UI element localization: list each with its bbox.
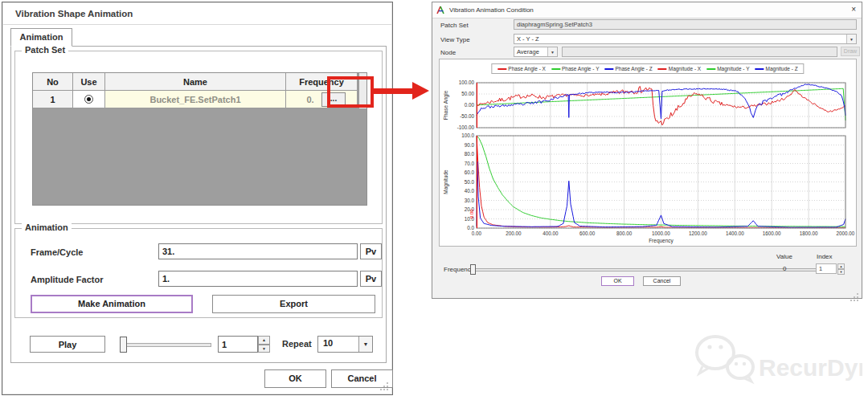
spinner-up-icon[interactable]: ▲ [258,336,270,345]
frame-slider-track[interactable] [120,343,211,347]
svg-text:80.0: 80.0 [465,151,475,157]
frequency-slider-track[interactable] [470,268,837,271]
legend-item: Phase Angle - Y [551,66,600,71]
legend-label: Magnitude - X [669,66,701,71]
node-field[interactable] [562,47,837,57]
index-input[interactable] [816,263,837,274]
node-combo[interactable]: Average ▼ [514,47,558,57]
frame-cycle-label: Frame/Cycle [31,247,83,257]
view-type-value: X - Y - Z [517,35,539,43]
view-type-label: View Type [440,36,470,43]
row-name-cell[interactable]: Bucket_FE.SetPatch1 [105,91,286,108]
spinner-down-icon[interactable]: ▼ [837,269,845,275]
col-header-use: Use [73,73,105,91]
patch-set-table: No Use Name Frequency 1 Bucket_FE.SetPat… [32,72,367,206]
frequency-slider-thumb[interactable] [470,264,476,275]
repeat-label: Repeat [282,339,312,349]
svg-text:600.00: 600.00 [579,231,596,236]
ok-button[interactable]: OK [601,276,634,286]
value-text: 0 [783,265,786,272]
svg-text:Frequency: Frequency [649,238,674,244]
vibration-chart-panel: Phase Angle - XPhase Angle - YPhase Angl… [439,59,857,247]
row-no-cell: 1 [33,91,73,108]
svg-text:1800.00: 1800.00 [800,231,818,236]
screenshot-stage: Vibration Shape Animation Animation Patc… [0,0,868,400]
ok-button[interactable]: OK [264,369,326,388]
legend-item: Magnitude - Z [755,66,798,71]
svg-text:Phase Angle: Phase Angle [443,90,449,120]
svg-text:60.0: 60.0 [465,169,475,175]
frame-number-input[interactable] [218,336,258,353]
frame-cycle-pv-button[interactable]: Pv [360,243,382,259]
tab-animation[interactable]: Animation [10,28,72,47]
recurdyn-watermark: RecurDyn [690,331,862,391]
svg-text:2000.00: 2000.00 [837,231,855,236]
spinner-up-icon[interactable]: ▲ [837,263,845,269]
svg-text:0.00: 0.00 [472,231,482,236]
legend-dash-icon [497,68,506,70]
index-label: Index [817,253,833,260]
svg-text:50.00: 50.00 [461,91,474,96]
right-dialog-titlebar: Vibration Animation Condition × [432,2,862,18]
svg-text:40.0: 40.0 [465,188,475,194]
svg-text:1200.00: 1200.00 [689,231,707,236]
chart-legend: Phase Angle - XPhase Angle - YPhase Angl… [491,63,804,74]
svg-text:0.0: 0.0 [467,225,474,231]
svg-text:Magnitude: Magnitude [443,169,449,194]
resize-grip-icon[interactable] [387,382,388,384]
legend-item: Phase Angle - Z [604,66,652,71]
chevron-down-icon[interactable]: ▼ [547,47,557,56]
frame-cycle-input[interactable] [158,243,358,259]
svg-text:400.00: 400.00 [542,231,559,236]
use-radio-selected-icon[interactable] [84,95,93,104]
index-spinner[interactable]: ▲ ▼ [837,263,845,274]
annotation-arrow [372,88,414,94]
legend-dash-icon [551,68,560,70]
vibration-shape-animation-dialog: Vibration Shape Animation Animation Patc… [2,2,393,395]
repeat-combo[interactable]: 10 ▼ [317,336,373,353]
animation-group: Animation Frame/Cycle Pv Amplitude Facto… [14,228,383,318]
node-label: Node [440,49,456,56]
frame-number-spinner[interactable]: ▲ ▼ [258,336,270,353]
legend-dash-icon [706,68,715,70]
cancel-button[interactable]: Cancel [643,276,681,286]
cancel-button[interactable]: Cancel [331,369,393,388]
chevron-down-icon[interactable]: ▼ [358,337,372,352]
animation-group-label: Animation [22,222,72,232]
chevron-down-icon[interactable]: ▼ [846,35,856,43]
svg-text:0.00: 0.00 [465,102,475,108]
svg-text:100.0: 100.0 [461,133,474,138]
view-type-combo[interactable]: X - Y - Z ▼ [514,34,857,44]
amplitude-factor-input[interactable] [158,271,358,287]
recurdyn-logo-icon [436,6,446,15]
svg-text:100.00: 100.00 [459,80,475,85]
legend-label: Phase Angle - X [508,66,546,71]
spinner-down-icon[interactable]: ▼ [258,345,270,353]
wechat-icon [697,337,753,382]
export-button[interactable]: Export [212,295,375,313]
table-row[interactable]: 1 Bucket_FE.SetPatch1 0. ... [33,91,366,108]
resize-grip-icon[interactable] [857,293,858,295]
left-dialog-titlebar: Vibration Shape Animation [3,3,391,25]
frequency-value: 0. [306,95,313,104]
play-button[interactable]: Play [30,336,105,353]
amplitude-factor-pv-button[interactable]: Pv [360,271,382,287]
svg-text:800.00: 800.00 [616,231,633,236]
make-animation-button[interactable]: Make Animation [31,295,193,313]
row-use-cell[interactable] [73,91,105,108]
draw-button: Draw [841,47,860,56]
svg-text:1600.00: 1600.00 [763,231,781,236]
close-icon[interactable]: × [851,5,856,14]
svg-text:90.0: 90.0 [465,142,475,148]
right-dialog-title: Vibration Animation Condition [449,6,534,14]
svg-text:-100.00: -100.00 [457,124,475,130]
legend-dash-icon [755,68,764,70]
svg-text:200.00: 200.00 [506,231,522,236]
legend-dash-icon [658,68,667,70]
vibration-chart: 100.0050.000.00-50.00-100.00Phase Angle1… [440,59,856,246]
svg-text:1400.00: 1400.00 [726,231,744,236]
vibration-animation-condition-dialog: Vibration Animation Condition × Patch Se… [432,2,862,299]
left-dialog-title: Vibration Shape Animation [15,9,133,18]
patch-set-label: Patch Set [440,22,469,29]
frame-slider-thumb[interactable] [120,337,127,353]
